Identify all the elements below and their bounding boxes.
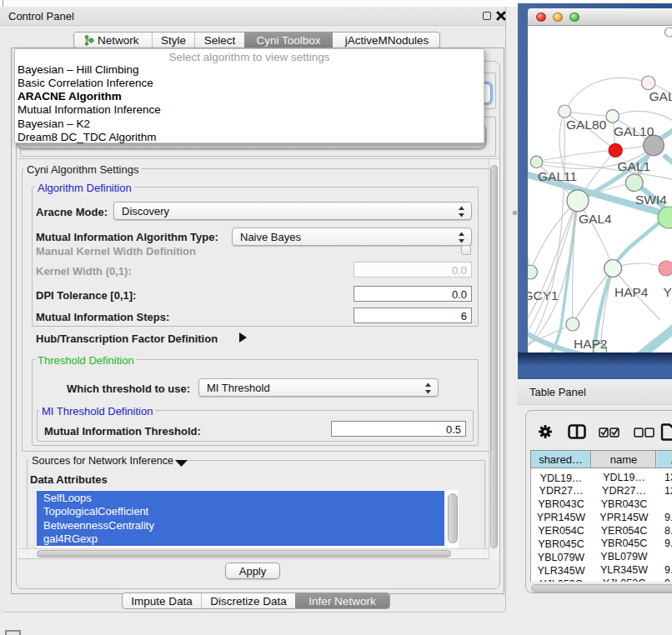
svg-text:Y: Y — [664, 285, 672, 299]
svg-text:GAL80: GAL80 — [566, 118, 607, 132]
svg-text:GAL4: GAL4 — [579, 212, 612, 226]
svg-text:HAP4: HAP4 — [614, 285, 649, 299]
svg-text:GAL10: GAL10 — [614, 124, 654, 138]
svg-text:GAL11: GAL11 — [538, 169, 577, 183]
svg-text:GAL1: GAL1 — [618, 159, 651, 173]
svg-text:GCY1: GCY1 — [528, 288, 559, 302]
svg-text:HAP2: HAP2 — [574, 337, 608, 351]
svg-text:SWI4: SWI4 — [635, 192, 667, 207]
svg-text:GAL2: GAL2 — [649, 89, 672, 103]
